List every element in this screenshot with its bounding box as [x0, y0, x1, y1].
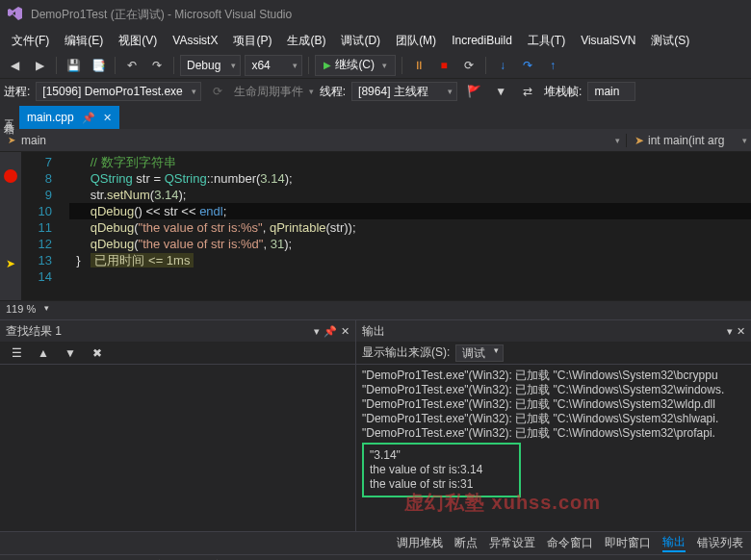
find-results-panel: 查找结果 1 ▾ 📌 ✕ ☰ ▲ ▼ ✖	[0, 319, 356, 531]
output-toolbar: 显示输出来源(S): 调试	[356, 342, 751, 365]
menu-file[interactable]: 文件(F)	[4, 31, 57, 51]
find-toolbar: ☰ ▲ ▼ ✖	[0, 342, 355, 365]
platform-dropdown[interactable]: x64	[245, 55, 302, 76]
panel-header: 查找结果 1 ▾ 📌 ✕	[0, 320, 355, 342]
flag-icon[interactable]: 🚩	[463, 81, 484, 102]
chevron-down-icon: ▾	[382, 61, 387, 70]
stack-label: 堆栈帧:	[544, 84, 582, 100]
close-icon[interactable]: ✕	[341, 325, 350, 338]
code-nav-bar: ➤main ➤int main(int arg	[0, 129, 751, 152]
tab-exception[interactable]: 异常设置	[489, 535, 535, 551]
menu-debug[interactable]: 调试(D)	[333, 31, 388, 51]
document-tabs: main.cpp 📌 ✕	[0, 104, 751, 129]
lifecycle-icon[interactable]: ⟳	[207, 81, 228, 102]
zoom-dropdown[interactable]: 119 %	[6, 303, 49, 318]
redo-icon[interactable]: ↷	[146, 55, 168, 76]
panel-header: 输出 ▾ ✕	[356, 320, 751, 342]
bottom-tabs-right: 调用堆栈 断点 异常设置 命令窗口 即时窗口 输出 错误列表	[0, 531, 751, 554]
menu-incredibuild[interactable]: IncrediBuild	[444, 32, 520, 49]
stack-frame-input[interactable]	[587, 82, 635, 101]
vs-logo-icon	[8, 6, 23, 24]
clear-icon[interactable]: ✖	[87, 343, 108, 364]
menu-project[interactable]: 项目(P)	[225, 31, 279, 51]
output-body[interactable]: "DemoPro1Test.exe"(Win32): 已加载 "C:\Windo…	[356, 365, 751, 531]
member-dropdown[interactable]: ➤int main(int arg	[626, 134, 751, 147]
bottom-tabs-left: 查找符号结果 监视 1 局部变量 自动窗口 线程 模块	[0, 554, 751, 560]
next-icon[interactable]: ▼	[60, 343, 81, 364]
list-icon[interactable]: ☰	[6, 343, 27, 364]
find-results-body[interactable]	[0, 365, 355, 531]
highlighted-output: "3.14"the value of str is:3.14the value …	[362, 443, 521, 497]
thread-label: 线程:	[320, 84, 346, 100]
title-bar: DemoPro1Test (正在调试) - Microsoft Visual S…	[0, 0, 751, 29]
menu-build[interactable]: 生成(B)	[279, 31, 333, 51]
scope-label: main	[21, 134, 46, 147]
threads-icon[interactable]: ⇄	[517, 81, 538, 102]
tab-command[interactable]: 命令窗口	[547, 535, 593, 551]
step-into-icon[interactable]: ↓	[492, 55, 513, 76]
lifecycle-label: 生命周期事件	[234, 84, 303, 100]
filter-icon[interactable]: ▼	[490, 81, 511, 102]
tab-errorlist[interactable]: 错误列表	[697, 535, 743, 551]
chevron-down-icon[interactable]: ▾	[309, 87, 314, 96]
pause-icon[interactable]: ⏸	[408, 55, 429, 76]
separator	[173, 57, 174, 74]
prev-icon[interactable]: ▲	[33, 343, 54, 364]
tab-callstack[interactable]: 调用堆栈	[397, 535, 443, 551]
menu-test[interactable]: 测试(S)	[643, 31, 697, 51]
separator	[485, 57, 486, 74]
step-out-icon[interactable]: ↑	[542, 55, 563, 76]
separator	[56, 57, 57, 74]
save-icon[interactable]: 💾	[63, 55, 84, 76]
dropdown-icon[interactable]: ▾	[314, 325, 320, 338]
continue-button[interactable]: ▶继续(C)▾	[315, 55, 396, 76]
close-icon[interactable]: ✕	[103, 112, 112, 124]
stop-icon[interactable]: ■	[433, 55, 454, 76]
menu-team[interactable]: 团队(M)	[388, 31, 444, 51]
thread-dropdown[interactable]: [8964] 主线程	[351, 82, 457, 101]
menu-view[interactable]: 视图(V)	[111, 31, 165, 51]
play-icon: ▶	[324, 60, 331, 70]
breakpoint-gutter[interactable]: ➤	[0, 152, 21, 300]
tab-label: main.cpp	[27, 111, 74, 124]
scope-dropdown[interactable]: ➤main	[0, 134, 626, 147]
tab-immediate[interactable]: 即时窗口	[605, 535, 651, 551]
menu-edit[interactable]: 编辑(E)	[57, 31, 111, 51]
menu-tools[interactable]: 工具(T)	[520, 31, 573, 51]
breakpoint-icon[interactable]	[4, 169, 17, 183]
arrow-icon: ➤	[634, 134, 644, 147]
code-editor[interactable]: ➤ 7891011121314 // 数字到字符串 QString str = …	[0, 152, 751, 300]
current-line-icon: ➤	[6, 257, 15, 270]
continue-label: 继续(C)	[335, 57, 375, 73]
output-source-label: 显示输出来源(S):	[362, 344, 450, 361]
main-toolbar: ◀ ▶ 💾 📑 ↶ ↷ Debug x64 ▶继续(C)▾ ⏸ ■ ⟳ ↓ ↷ …	[0, 52, 751, 79]
dropdown-icon[interactable]: ▾	[727, 325, 733, 338]
tab-output[interactable]: 输出	[662, 534, 686, 552]
separator	[401, 57, 402, 74]
close-icon[interactable]: ✕	[737, 325, 745, 338]
toolbox-side-tab[interactable]: 工具箱	[2, 112, 16, 117]
debug-toolbar: 进程: [15096] DemoPro1Test.exe ⟳ 生命周期事件 ▾ …	[0, 79, 751, 104]
step-over-icon[interactable]: ↷	[517, 55, 538, 76]
restart-icon[interactable]: ⟳	[458, 55, 479, 76]
tool-panels: 查找结果 1 ▾ 📌 ✕ ☰ ▲ ▼ ✖ 输出 ▾ ✕ 显示输出来源(S): 调…	[0, 319, 751, 531]
pin-icon[interactable]: 📌	[324, 325, 337, 338]
pin-icon[interactable]: 📌	[82, 112, 95, 124]
output-source-dropdown[interactable]: 调试	[455, 344, 504, 362]
tab-main-cpp[interactable]: main.cpp 📌 ✕	[19, 106, 119, 129]
line-numbers: 7891011121314	[21, 152, 62, 300]
member-label: int main(int arg	[648, 134, 724, 147]
nav-back-icon[interactable]: ◀	[4, 55, 25, 76]
process-dropdown[interactable]: [15096] DemoPro1Test.exe	[36, 82, 200, 101]
menu-visualsvn[interactable]: VisualSVN	[573, 32, 643, 49]
tab-breakpoints[interactable]: 断点	[454, 535, 478, 551]
nav-fwd-icon[interactable]: ▶	[29, 55, 50, 76]
editor-statusbar: 119 %	[0, 300, 751, 319]
undo-icon[interactable]: ↶	[121, 55, 142, 76]
panel-title: 输出	[362, 323, 385, 340]
code-body[interactable]: // 数字到字符串 QString str = QString::number(…	[62, 152, 751, 300]
config-dropdown[interactable]: Debug	[180, 55, 241, 76]
menu-vassistx[interactable]: VAssistX	[165, 32, 225, 49]
save-all-icon[interactable]: 📑	[88, 55, 109, 76]
output-panel: 输出 ▾ ✕ 显示输出来源(S): 调试 "DemoPro1Test.exe"(…	[356, 319, 751, 531]
